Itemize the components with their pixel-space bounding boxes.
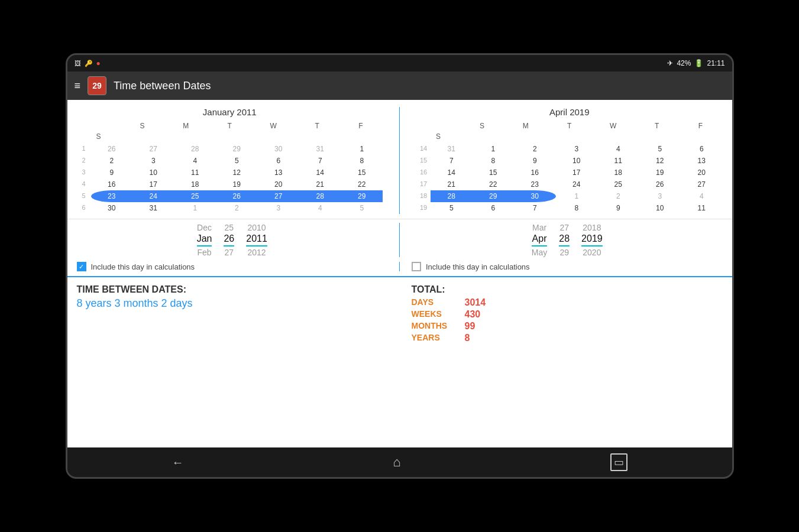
cal-day[interactable]: 24 [556,179,598,190]
cal-day[interactable]: 6 [258,155,300,167]
recents-button[interactable]: ▭ [610,453,627,471]
right-day-curr[interactable]: 28 [559,233,570,244]
cal-day[interactable]: 10 [639,202,681,214]
cal-day[interactable]: 1 [473,143,515,155]
left-month-curr[interactable]: Jan [197,233,212,244]
left-day-curr[interactable]: 26 [224,233,234,244]
cal-day-selected-end[interactable]: 30 [514,190,556,202]
cal-day[interactable]: 19 [216,179,258,190]
cal-day[interactable]: 15 [341,167,383,179]
cal-day[interactable]: 26 [91,143,133,155]
cal-day[interactable]: 25 [597,179,639,190]
cal-day[interactable]: 4 [597,143,639,155]
cal-day[interactable]: 29 [216,143,258,155]
cal-day[interactable]: 23 [514,179,556,190]
left-year-curr[interactable]: 2011 [246,233,267,244]
left-year-next[interactable]: 2012 [247,248,266,257]
cal-day[interactable]: 26 [639,179,681,190]
cal-day[interactable]: 8 [556,202,598,214]
right-button[interactable] [733,173,734,209]
cal-day-selected[interactable]: 24 [132,190,174,202]
cal-day-selected[interactable]: 28 [299,190,341,202]
cal-day[interactable]: 27 [681,179,723,190]
right-month-prev[interactable]: Mar [532,223,546,232]
cal-day[interactable]: 22 [341,179,383,190]
home-button[interactable]: ⌂ [393,455,400,470]
right-year-curr[interactable]: 2019 [581,233,603,244]
cal-day-selected[interactable]: 27 [258,190,300,202]
cal-day[interactable]: 3 [258,202,300,214]
cal-day[interactable]: 19 [639,167,681,179]
cal-day-selected[interactable]: 26 [216,190,258,202]
cal-day[interactable]: 3 [639,190,681,202]
cal-day[interactable]: 9 [597,202,639,214]
cal-day[interactable]: 4 [681,190,723,202]
right-year-prev[interactable]: 2018 [583,223,601,232]
left-include-checkbox[interactable]: ✓ [77,262,86,271]
cal-day[interactable]: 20 [681,167,723,179]
left-month-prev[interactable]: Dec [197,223,212,232]
right-year-next[interactable]: 2020 [583,248,601,257]
cal-day-selected[interactable]: 29 [341,190,383,202]
left-day-next[interactable]: 27 [225,248,234,257]
right-month-curr[interactable]: Apr [532,233,547,244]
cal-day[interactable]: 15 [473,167,515,179]
cal-day[interactable]: 16 [91,179,133,190]
cal-day[interactable]: 7 [299,155,341,167]
hamburger-menu[interactable]: ≡ [75,80,81,92]
cal-day[interactable]: 5 [341,202,383,214]
cal-day[interactable]: 6 [681,143,723,155]
cal-day[interactable]: 10 [556,155,598,167]
cal-day[interactable]: 31 [132,202,174,214]
right-month-next[interactable]: May [532,248,547,257]
cal-day[interactable]: 12 [639,155,681,167]
cal-day[interactable]: 7 [514,202,556,214]
cal-day-selected[interactable]: 28 [431,190,473,202]
cal-day[interactable]: 17 [132,179,174,190]
left-year-picker[interactable]: 2010 2011 2012 [246,223,267,257]
cal-day[interactable]: 14 [431,167,473,179]
cal-day[interactable]: 13 [258,167,300,179]
cal-day[interactable]: 31 [299,143,341,155]
cal-day[interactable]: 9 [514,155,556,167]
cal-day[interactable]: 9 [91,167,133,179]
cal-day-selected[interactable]: 25 [174,190,216,202]
cal-day-selected[interactable]: 29 [473,190,515,202]
cal-day-selected[interactable]: 23 [91,190,133,202]
cal-day[interactable]: 28 [174,143,216,155]
cal-day[interactable]: 11 [597,155,639,167]
cal-day[interactable]: 2 [216,202,258,214]
cal-day[interactable]: 8 [473,155,515,167]
left-day-picker[interactable]: 25 26 27 [224,223,234,257]
left-day-prev[interactable]: 25 [225,223,234,232]
cal-day[interactable]: 5 [639,143,681,155]
cal-day[interactable]: 5 [216,155,258,167]
cal-day[interactable]: 17 [556,167,598,179]
cal-day[interactable]: 2 [91,155,133,167]
cal-day[interactable]: 13 [681,155,723,167]
right-day-next[interactable]: 29 [559,248,569,257]
cal-day[interactable]: 10 [132,167,174,179]
cal-day[interactable]: 18 [597,167,639,179]
cal-day[interactable]: 12 [216,167,258,179]
cal-day[interactable]: 11 [174,167,216,179]
right-year-picker[interactable]: 2018 2019 2020 [581,223,603,257]
cal-day[interactable]: 27 [132,143,174,155]
cal-day[interactable]: 2 [514,143,556,155]
cal-day[interactable]: 22 [473,179,515,190]
cal-day[interactable]: 14 [299,167,341,179]
cal-day[interactable]: 11 [681,202,723,214]
right-day-prev[interactable]: 27 [559,223,569,232]
cal-day[interactable]: 18 [174,179,216,190]
cal-day[interactable]: 31 [431,143,473,155]
cal-day[interactable]: 6 [473,202,515,214]
cal-day[interactable]: 16 [514,167,556,179]
cal-day[interactable]: 1 [174,202,216,214]
cal-day[interactable]: 21 [299,179,341,190]
cal-day[interactable]: 2 [597,190,639,202]
cal-day[interactable]: 7 [431,155,473,167]
right-include-checkbox[interactable] [412,262,421,271]
cal-day[interactable]: 1 [341,143,383,155]
back-button[interactable]: ← [172,456,183,469]
cal-day[interactable]: 20 [258,179,300,190]
